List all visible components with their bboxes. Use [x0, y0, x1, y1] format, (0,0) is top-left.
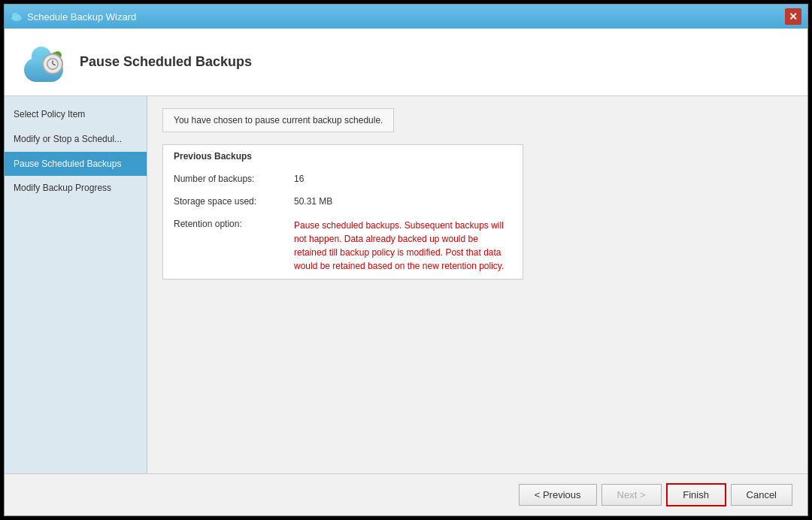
- window-title: Schedule Backup Wizard: [27, 11, 136, 23]
- storage-label: Storage space used:: [174, 196, 294, 207]
- main-window: Schedule Backup Wizard ✕ Pause Scheduled…: [4, 4, 808, 516]
- backups-value: 16: [294, 174, 512, 184]
- info-row-storage: Storage space used: 50.31 MB: [163, 190, 523, 213]
- retention-value: Pause scheduled backups. Subsequent back…: [294, 219, 512, 273]
- header-icon: [20, 38, 68, 86]
- cloud-icon: [24, 50, 63, 74]
- close-button[interactable]: ✕: [785, 8, 801, 25]
- main-content-area: You have chosen to pause current backup …: [147, 96, 807, 473]
- finish-button[interactable]: Finish: [666, 483, 726, 506]
- title-bar-left: Schedule Backup Wizard: [11, 11, 136, 23]
- header-title: Pause Scheduled Backups: [80, 54, 252, 70]
- panel-title: Previous Backups: [163, 145, 523, 168]
- retention-label: Retention option:: [174, 219, 294, 273]
- sidebar-item-pause-backups[interactable]: Pause Scheduled Backups: [5, 152, 147, 177]
- backups-label: Number of backups:: [174, 174, 294, 184]
- clock-icon: [42, 53, 63, 74]
- notice-box: You have chosen to pause current backup …: [162, 108, 394, 132]
- next-button[interactable]: Next >: [601, 484, 662, 506]
- sidebar-item-modify-stop[interactable]: Modify or Stop a Schedul...: [5, 127, 147, 152]
- header-section: Pause Scheduled Backups: [5, 29, 807, 96]
- title-bar: Schedule Backup Wizard ✕: [5, 5, 807, 29]
- sidebar: Select Policy Item Modify or Stop a Sche…: [5, 96, 147, 473]
- sidebar-item-modify-progress[interactable]: Modify Backup Progress: [5, 176, 147, 201]
- info-row-retention: Retention option: Pause scheduled backup…: [163, 213, 523, 279]
- notice-text: You have chosen to pause current backup …: [174, 115, 383, 125]
- info-row-backups: Number of backups: 16: [163, 168, 523, 190]
- previous-button[interactable]: < Previous: [519, 484, 597, 506]
- storage-value: 50.31 MB: [294, 196, 512, 207]
- info-panel: Previous Backups Number of backups: 16 S…: [162, 144, 523, 280]
- footer: < Previous Next > Finish Cancel: [5, 473, 807, 515]
- app-icon: [11, 11, 23, 23]
- content-area: Select Policy Item Modify or Stop a Sche…: [5, 96, 807, 473]
- sidebar-item-select-policy[interactable]: Select Policy Item: [5, 102, 147, 127]
- cancel-button[interactable]: Cancel: [731, 484, 792, 506]
- svg-point-2: [16, 14, 20, 19]
